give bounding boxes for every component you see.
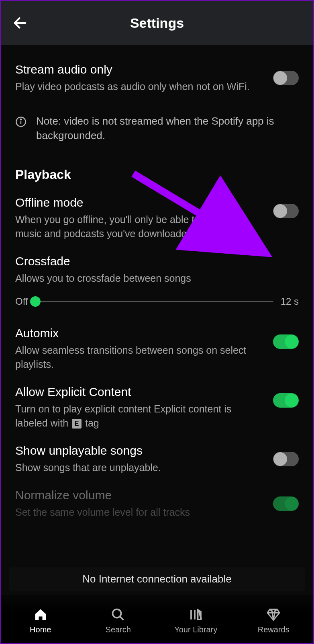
setting-offline-mode[interactable]: Offline mode When you go offline, you'll… [15,186,299,245]
setting-desc: Allow seamless transitions between songs… [15,343,261,371]
toggle-explicit[interactable] [273,393,299,408]
toggle-unplayable[interactable] [273,452,299,466]
setting-desc: Set the same volume level for all tracks [15,505,261,519]
setting-automix[interactable]: Automix Allow seamless transitions betwe… [15,317,299,375]
nav-home[interactable]: Home [2,607,80,634]
note-text: Note: video is not streamed when the Spo… [36,114,299,143]
nav-search[interactable]: Search [80,607,157,634]
toggle-normalize[interactable] [273,496,299,511]
settings-content: Stream audio only Play video podcasts as… [1,45,313,595]
toggle-offline-mode[interactable] [273,204,299,218]
slider-min-label: Off [15,296,28,307]
toggle-stream-audio-only[interactable] [273,71,299,85]
toggle-automix[interactable] [273,334,299,349]
slider-thumb[interactable] [30,296,41,307]
bottom-nav: Home Search Your Library Rewards [2,594,312,642]
setting-title: Normalize volume [15,488,261,502]
nav-label: Rewards [258,625,290,634]
header-bar: Settings [1,1,313,45]
setting-unplayable[interactable]: Show unplayable songs Show songs that ar… [15,434,299,479]
setting-text: Automix Allow seamless transitions betwe… [15,326,273,371]
library-icon [188,607,204,623]
setting-text: Stream audio only Play video podcasts as… [15,63,273,94]
back-button[interactable] [10,13,30,33]
setting-explicit[interactable]: Allow Explicit Content Turn on to play e… [15,375,299,434]
setting-title: Crossfade [15,254,287,268]
setting-title: Automix [15,326,261,340]
setting-title: Allow Explicit Content [15,385,261,399]
svg-line-5 [120,616,124,620]
nav-label: Search [106,625,131,634]
setting-text: Normalize volume Set the same volume lev… [15,488,273,519]
setting-text: Show unplayable songs Show songs that ar… [15,444,273,475]
toast-no-internet: No Internet connection available [9,567,305,591]
nav-label: Your Library [174,625,217,634]
nav-rewards[interactable]: Rewards [235,607,313,634]
setting-desc: Show songs that are unplayable. [15,461,261,475]
slider-max-label: 12 s [281,296,299,307]
setting-desc: When you go offline, you'll only be able… [15,213,261,241]
explicit-tag-icon: E [72,419,82,429]
page-title: Settings [130,15,184,31]
nav-library[interactable]: Your Library [157,607,235,634]
setting-title: Stream audio only [15,63,261,76]
nav-label: Home [30,625,51,634]
note-row: Note: video is not streamed when the Spo… [15,98,299,155]
setting-desc: Turn on to play explicit content Explici… [15,402,261,430]
setting-desc: Allows you to crossfade between songs [15,271,287,285]
crossfade-slider-row: Off 12 s [15,285,299,317]
arrow-left-icon [12,15,28,31]
setting-title: Offline mode [15,196,261,209]
crossfade-slider[interactable] [35,301,273,302]
diamond-icon [265,607,281,623]
search-icon [110,607,126,623]
section-header-playback: Playback [15,155,299,186]
info-icon [15,116,27,127]
setting-title: Show unplayable songs [15,444,261,457]
setting-text: Offline mode When you go offline, you'll… [15,196,273,241]
setting-normalize[interactable]: Normalize volume Set the same volume lev… [15,479,299,523]
setting-desc: Play video podcasts as audio only when n… [15,80,261,94]
svg-point-4 [113,609,121,617]
setting-crossfade: Crossfade Allows you to crossfade betwee… [15,245,299,285]
explicit-desc-post: tag [82,417,99,429]
setting-stream-audio-only[interactable]: Stream audio only Play video podcasts as… [15,53,299,98]
svg-point-3 [20,119,21,120]
setting-text: Crossfade Allows you to crossfade betwee… [15,254,299,285]
explicit-desc-pre: Turn on to play explicit content Explici… [15,403,231,429]
home-icon [33,607,49,623]
setting-text: Allow Explicit Content Turn on to play e… [15,385,273,430]
